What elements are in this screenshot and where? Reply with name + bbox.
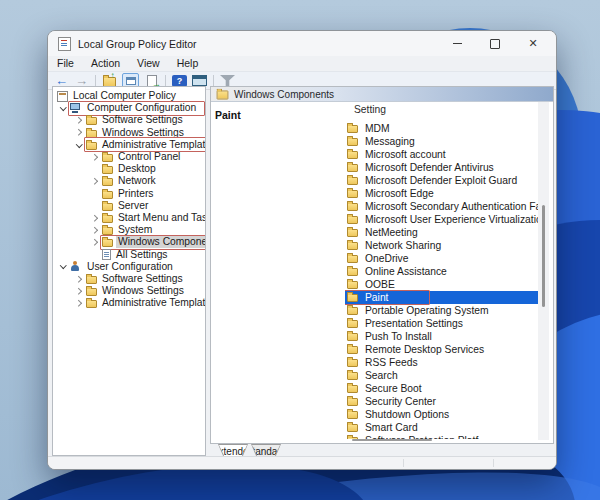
list-item-microsoft-defender-antivirus[interactable]: Microsoft Defender Antivirus	[345, 161, 539, 174]
tree-item-administrative-templates[interactable]: Administrative Templates	[53, 139, 205, 151]
tree-item-desktop[interactable]: Desktop	[53, 163, 205, 175]
tree-item-label: Control Panel	[116, 151, 182, 163]
list-item-online-assistance[interactable]: Online Assistance	[345, 265, 539, 278]
tree-node: Administrative Templates	[86, 297, 206, 309]
tree-item-system[interactable]: System	[53, 224, 205, 236]
list-item-label: Messaging	[365, 136, 415, 147]
tree-item-all-settings[interactable]: All Settings	[53, 248, 205, 260]
chevron-collapsed-icon[interactable]	[73, 285, 86, 297]
folder-icon	[347, 307, 358, 315]
tree-item-local-computer-policy[interactable]: Local Computer Policy	[53, 90, 205, 102]
chevron-collapsed-icon[interactable]	[89, 224, 102, 236]
vertical-scrollbar-thumb[interactable]	[542, 205, 545, 307]
chevron-collapsed-icon[interactable]	[73, 127, 86, 139]
tree-item-administrative-templates[interactable]: Administrative Templates	[53, 297, 205, 309]
list-item-security-center[interactable]: Security Center	[345, 395, 539, 408]
list-item-portable-operating-system[interactable]: Portable Operating System	[345, 304, 539, 317]
minimize-button[interactable]	[450, 37, 464, 51]
list-item-label: Microsoft Defender Antivirus	[365, 162, 494, 173]
list-item-rss-feeds[interactable]: RSS Feeds	[345, 356, 539, 369]
tree-item-control-panel[interactable]: Control Panel	[53, 151, 205, 163]
list-item-microsoft-edge[interactable]: Microsoft Edge	[345, 187, 539, 200]
chevron-expanded-icon[interactable]	[73, 139, 86, 151]
tree-node: Local Computer Policy	[57, 90, 180, 102]
tree-item-computer-configuration[interactable]: Computer Configuration	[53, 102, 205, 114]
list-item-netmeeting[interactable]: NetMeeting	[345, 226, 539, 239]
menu-file[interactable]: File	[57, 57, 74, 69]
tree-item-windows-settings[interactable]: Windows Settings	[53, 285, 205, 297]
chevron-collapsed-icon[interactable]	[73, 273, 86, 285]
tree-item-server[interactable]: Server	[53, 200, 205, 212]
list-item-oobe[interactable]: OOBE	[345, 278, 539, 291]
list-item-microsoft-user-experience-virtualization[interactable]: Microsoft User Experience Virtualization	[345, 213, 539, 226]
folder-icon	[347, 177, 358, 185]
chevron-spacer	[89, 188, 102, 200]
list-item-label: Online Assistance	[365, 266, 447, 277]
tree-item-start-menu-and-taskbar[interactable]: Start Menu and Taskbar	[53, 212, 205, 224]
chevron-collapsed-icon[interactable]	[89, 236, 102, 248]
list-item-paint[interactable]: Paint	[345, 291, 539, 304]
tree-node: Computer Configuration	[70, 102, 200, 114]
filter-icon[interactable]	[220, 75, 235, 86]
list-item-messaging[interactable]: Messaging	[345, 135, 539, 148]
tree-item-label: Windows Components	[116, 236, 206, 248]
chevron-expanded-icon[interactable]	[57, 102, 70, 114]
list-item-push-to-install[interactable]: Push To Install	[345, 330, 539, 343]
folder-icon	[102, 215, 113, 223]
menu-view[interactable]: View	[137, 57, 160, 69]
console-icon	[57, 91, 68, 102]
maximize-button[interactable]	[488, 37, 502, 51]
menu-help[interactable]: Help	[177, 57, 199, 69]
up-arrow-glyph: ↑	[111, 71, 115, 80]
tree-item-software-settings[interactable]: Software Settings	[53, 114, 205, 126]
list-item-secure-boot[interactable]: Secure Boot	[345, 382, 539, 395]
list-item-smart-card[interactable]: Smart Card	[345, 421, 539, 434]
close-button[interactable]: ✕	[526, 37, 540, 51]
folder-icon	[86, 300, 97, 308]
folder-icon	[86, 276, 97, 284]
list-item-microsoft-defender-exploit-guard[interactable]: Microsoft Defender Exploit Guard	[345, 174, 539, 187]
vertical-scrollbar[interactable]	[538, 102, 549, 440]
status-separator	[403, 459, 404, 467]
folder-icon	[102, 166, 113, 174]
tree-item-windows-components[interactable]: Windows Components	[53, 236, 205, 248]
chevron-expanded-icon[interactable]	[57, 261, 70, 273]
tree-item-windows-settings[interactable]: Windows Settings	[53, 127, 205, 139]
list-item-microsoft-secondary-authentication-factor[interactable]: Microsoft Secondary Authentication Facto…	[345, 200, 539, 213]
menu-action[interactable]: Action	[91, 57, 120, 69]
list-item-mdm[interactable]: MDM	[345, 122, 539, 135]
folder-icon	[347, 411, 358, 419]
tree-node: Control Panel	[102, 151, 184, 163]
chevron-collapsed-icon[interactable]	[89, 212, 102, 224]
list-item-remote-desktop-services[interactable]: Remote Desktop Services	[345, 343, 539, 356]
tree-node: Software Settings	[86, 114, 187, 126]
folder-icon	[102, 227, 113, 235]
list-item-label: Microsoft account	[365, 149, 446, 160]
setting-column-header[interactable]: Setting	[345, 103, 539, 116]
tree-item-printers[interactable]: Printers	[53, 188, 205, 200]
results-pane-title: Windows Components	[234, 89, 334, 100]
list-item-onedrive[interactable]: OneDrive	[345, 252, 539, 265]
list-item-presentation-settings[interactable]: Presentation Settings	[345, 317, 539, 330]
list-item-label: Search	[365, 370, 398, 381]
chevron-collapsed-icon[interactable]	[73, 114, 86, 126]
help-icon[interactable]: ?	[172, 75, 187, 87]
chevron-collapsed-icon[interactable]	[89, 151, 102, 163]
tree-node: Server	[102, 200, 152, 212]
tree-node: User Configuration	[70, 261, 177, 273]
folder-icon	[347, 138, 358, 146]
list-item-shutdown-options[interactable]: Shutdown Options	[345, 408, 539, 421]
tree-item-software-settings[interactable]: Software Settings	[53, 273, 205, 285]
folder-icon	[102, 178, 113, 186]
list-item-network-sharing[interactable]: Network Sharing	[345, 239, 539, 252]
horizontal-scrollbar[interactable]	[352, 439, 432, 441]
list-item-search[interactable]: Search	[345, 369, 539, 382]
show-action-pane-icon[interactable]	[192, 75, 207, 86]
chevron-collapsed-icon[interactable]	[73, 297, 86, 309]
title-bar[interactable]: Local Group Policy Editor ✕	[48, 31, 556, 56]
tree-item-network[interactable]: Network	[53, 175, 205, 187]
list-item-label: Remote Desktop Services	[365, 344, 484, 355]
tree-item-user-configuration[interactable]: User Configuration	[53, 261, 205, 273]
chevron-collapsed-icon[interactable]	[89, 175, 102, 187]
list-item-microsoft-account[interactable]: Microsoft account	[345, 148, 539, 161]
